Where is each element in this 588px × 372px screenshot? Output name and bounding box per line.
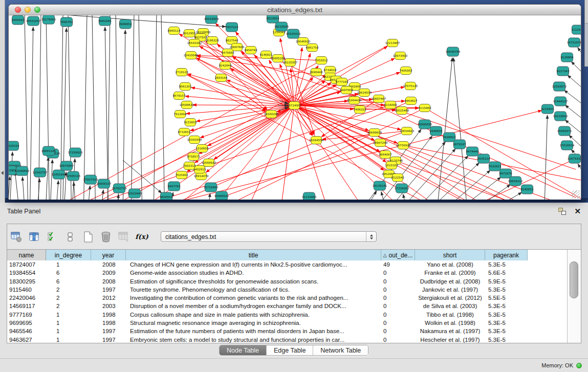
- table-row[interactable]: 946362711997Embryonic stem cells: a mode…: [7, 336, 567, 343]
- graph-node[interactable]: 8679157: [173, 92, 186, 100]
- table-cell[interactable]: Estimation of the future numbers of pati…: [126, 327, 381, 335]
- graph-node[interactable]: 9758577: [187, 153, 200, 161]
- table-cell[interactable]: 0: [381, 319, 415, 327]
- table-cell[interactable]: 18300295: [7, 277, 46, 286]
- table-cell[interactable]: 5.9E-5: [485, 277, 528, 286]
- table-cell[interactable]: 1998: [91, 319, 126, 327]
- table-cell[interactable]: de Silva et al. (2003): [415, 302, 485, 310]
- table-select-dropdown[interactable]: citations_edges.txt: [161, 231, 377, 242]
- network-canvas[interactable]: 1872400789601248912955182260589827503165…: [9, 15, 581, 200]
- table-cell[interactable]: Investigating the contribution of common…: [126, 294, 381, 302]
- graph-node[interactable]: 9061301: [179, 83, 192, 91]
- column-header-name[interactable]: name: [7, 250, 46, 260]
- graph-node[interactable]: 16782759: [112, 184, 127, 193]
- table-cell[interactable]: 9699695: [7, 319, 46, 327]
- table-row[interactable]: 1872400712008Changes of HCN gene express…: [7, 260, 567, 269]
- table-cell[interactable]: 0: [381, 327, 415, 335]
- table-cell[interactable]: Hescheler et al. (1997): [415, 336, 485, 343]
- table-cell[interactable]: 1: [46, 336, 91, 343]
- graph-node[interactable]: 2935114: [477, 154, 490, 163]
- graph-node[interactable]: 3475685: [222, 49, 234, 57]
- graph-node[interactable]: 11675333: [568, 154, 581, 163]
- table-cell[interactable]: 0: [381, 269, 415, 277]
- graph-node[interactable]: 10973493: [393, 52, 408, 60]
- graph-node[interactable]: 22420046: [184, 52, 199, 59]
- table-cell[interactable]: 2008: [91, 260, 126, 269]
- table-cell[interactable]: 0: [381, 336, 415, 343]
- table-cell[interactable]: 0: [381, 302, 415, 310]
- table-cell[interactable]: 5.3E-5: [485, 260, 528, 269]
- graph-node[interactable]: 7857224: [226, 23, 238, 32]
- table-cell[interactable]: Nakamura et al. (1997): [415, 327, 485, 335]
- table-cell[interactable]: 9463627: [7, 336, 46, 343]
- graph-node[interactable]: 12342757: [33, 168, 48, 177]
- graph-node[interactable]: 9129966: [561, 53, 574, 62]
- table-row[interactable]: 2242004622012Investigating the contribut…: [7, 294, 567, 302]
- graph-node[interactable]: 18220307: [283, 59, 298, 67]
- tab-network-table[interactable]: Network Table: [313, 345, 368, 355]
- graph-node[interactable]: 18907249: [373, 139, 388, 147]
- table-cell[interactable]: Embryonic stem cells: a model to study s…: [126, 336, 381, 343]
- graph-node[interactable]: 1316600: [196, 145, 209, 152]
- table-cell[interactable]: 1997: [91, 286, 126, 294]
- table-cell[interactable]: 5.3E-5: [485, 319, 528, 327]
- tab-node-table[interactable]: Node Table: [220, 345, 267, 355]
- graph-node[interactable]: 19756928: [396, 142, 411, 149]
- table-cell[interactable]: 1: [46, 260, 91, 269]
- graph-node[interactable]: 10391694: [187, 136, 202, 144]
- column-header-outde[interactable]: △out_de...: [381, 250, 415, 260]
- graph-node[interactable]: 7485063: [400, 67, 412, 75]
- graph-node[interactable]: 16543382: [187, 39, 202, 47]
- table-cell[interactable]: 1: [46, 311, 91, 319]
- function-builder-icon[interactable]: f(x): [136, 231, 148, 243]
- graph-node[interactable]: 9227343: [557, 67, 570, 76]
- graph-node[interactable]: 11110480: [302, 192, 317, 200]
- graph-node[interactable]: 11568693: [15, 166, 30, 176]
- graph-node[interactable]: 17957253: [83, 175, 98, 184]
- left-panel-divider[interactable]: [0, 0, 5, 203]
- table-cell[interactable]: Corpus callosum shape and size in male p…: [126, 311, 381, 319]
- graph-node[interactable]: 9861045: [99, 16, 112, 26]
- graph-node[interactable]: 10025488: [395, 107, 409, 115]
- graph-node[interactable]: 9153655: [184, 119, 197, 126]
- graph-node[interactable]: 10654112: [508, 177, 522, 186]
- graph-node[interactable]: 10688609: [367, 129, 382, 137]
- column-header-year[interactable]: year: [91, 250, 126, 260]
- table-cell[interactable]: Wolkin et al. (1998): [415, 319, 485, 327]
- graph-node[interactable]: 10325419: [286, 29, 301, 38]
- table-cell[interactable]: 5.5E-5: [485, 294, 528, 302]
- graph-node[interactable]: 1112437: [572, 25, 581, 34]
- graph-node[interactable]: 17016504: [560, 141, 575, 150]
- table-cell[interactable]: 2009: [91, 269, 126, 277]
- table-cell[interactable]: 2012: [91, 294, 126, 302]
- table-cell[interactable]: 1: [46, 327, 91, 335]
- table-cell[interactable]: 9465546: [7, 327, 46, 335]
- graph-node[interactable]: 17334263: [395, 184, 409, 193]
- column-header-pagerank[interactable]: pagerank: [485, 250, 528, 260]
- table-cell[interactable]: 9115460: [7, 286, 46, 294]
- graph-node[interactable]: 10210643: [553, 112, 568, 121]
- column-chooser-icon[interactable]: [64, 231, 76, 243]
- table-cell[interactable]: Stergiakouli et al. (2012): [415, 294, 485, 302]
- table-cell[interactable]: 14569117: [7, 302, 46, 310]
- table-cell[interactable]: Jankovic et al. (1997): [415, 286, 485, 294]
- vertical-scrollbar[interactable]: [567, 250, 581, 343]
- graph-node[interactable]: 9115460: [419, 104, 431, 112]
- graph-node[interactable]: 8990852: [119, 19, 132, 29]
- graph-node[interactable]: 19384554: [309, 137, 324, 144]
- panel-collapse-arrow-icon[interactable]: [1, 171, 4, 175]
- graph-node[interactable]: 9463627: [405, 97, 418, 105]
- table-cell[interactable]: 49: [381, 260, 415, 269]
- graph-node[interactable]: 17975125: [403, 82, 418, 90]
- column-header-indegree[interactable]: in_degree: [46, 250, 91, 260]
- graph-node[interactable]: 7895761: [60, 17, 73, 27]
- graph-node[interactable]: 1840935: [430, 126, 443, 136]
- table-cell[interactable]: 9777169: [7, 311, 46, 319]
- graph-node[interactable]: 18724007: [287, 102, 302, 110]
- graph-node[interactable]: 12505135: [66, 171, 81, 181]
- delete-table-icon[interactable]: [100, 231, 112, 243]
- table-cell[interactable]: 2: [46, 294, 91, 302]
- table-cell[interactable]: Structural magnetic resonance image aver…: [126, 319, 381, 327]
- table-cell[interactable]: Tibbo et al. (1998): [415, 311, 485, 319]
- graph-node[interactable]: 19218586: [274, 22, 289, 31]
